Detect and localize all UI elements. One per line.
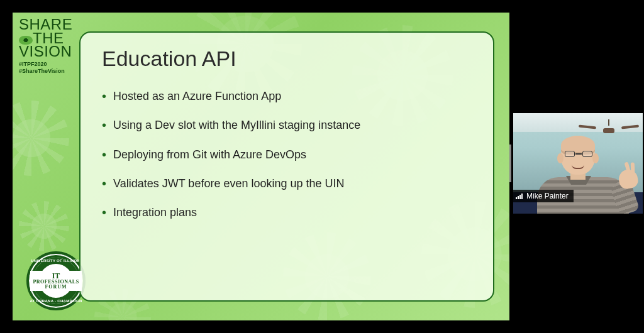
speaker-name: Mike Painter (526, 192, 569, 200)
hashtag: #ITPF2020 (19, 61, 75, 68)
seal-center: IT PROFESSIONALS FORUM (30, 271, 81, 291)
logo-line: VISION (19, 43, 72, 60)
slide-bullet-list: Hosted as an Azure Function App Using a … (102, 89, 472, 220)
hashtag: #ShareTheVision (19, 68, 75, 75)
slide-bullet: Hosted as an Azure Function App (102, 89, 472, 104)
slide-title: Education API (102, 46, 472, 71)
video-conference-stage: SHARE THE VISION #ITPF2020 #ShareTheVisi… (0, 0, 644, 333)
audio-level-icon (516, 193, 523, 199)
slide-bullet: Using a Dev slot with the MyIllini stagi… (102, 117, 472, 133)
slide-bullet: Integration plans (102, 205, 472, 220)
slide-content-box: Education API Hosted as an Azure Functio… (79, 31, 494, 302)
speaker-video-tile[interactable]: Mike Painter (513, 113, 643, 214)
speaker-name-banner: Mike Painter (513, 190, 574, 202)
slide-bullet: Deploying from Git with Azure DevOps (102, 147, 472, 162)
ceiling-fan-icon (590, 119, 628, 133)
decorative-gear-icon (13, 101, 69, 176)
event-hashtags: #ITPF2020 #ShareTheVision (19, 61, 75, 75)
slide-sidebar: SHARE THE VISION #ITPF2020 #ShareTheVisi… (19, 18, 75, 75)
it-pro-forum-seal: UNIVERSITY OF ILLINOIS IT PROFESSIONALS … (26, 251, 86, 310)
seal-forum: FORUM (33, 285, 79, 290)
decorative-gear-icon (19, 201, 69, 251)
presentation-slide: SHARE THE VISION #ITPF2020 #ShareTheVisi… (13, 13, 509, 320)
panel-resize-handle[interactable] (509, 145, 511, 182)
seal-arc-top: UNIVERSITY OF ILLINOIS (29, 259, 83, 263)
slide-bullet: Validates JWT before even looking up the… (102, 176, 472, 191)
event-logo: SHARE THE VISION (19, 18, 75, 58)
seal-arc-bottom: AT URBANA - CHAMPAIGN (29, 299, 83, 303)
